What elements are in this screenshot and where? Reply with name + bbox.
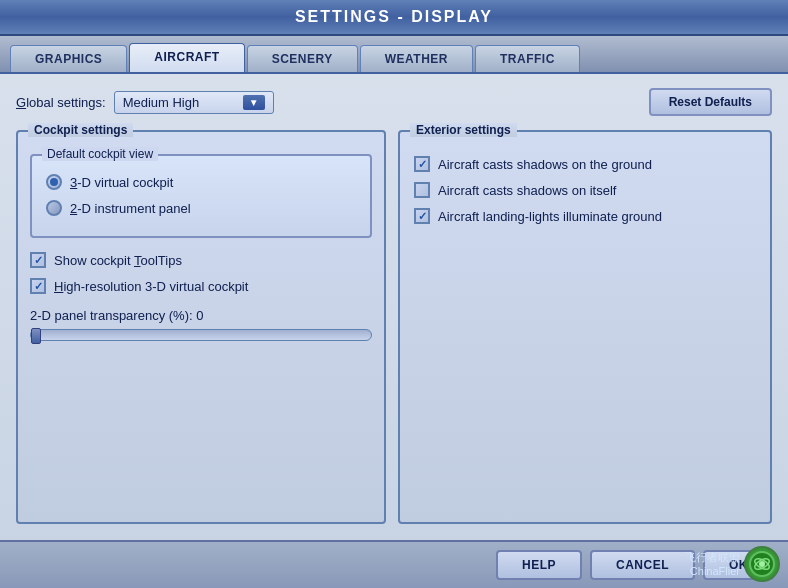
sub-panel-title: Default cockpit view xyxy=(42,147,158,161)
exterior-checkboxes: Aircraft casts shadows on the ground Air… xyxy=(414,156,756,224)
checkbox-highres[interactable]: High-resolution 3-D virtual cockpit xyxy=(30,278,372,294)
svg-point-3 xyxy=(759,561,765,567)
dropdown-arrow-icon: ▼ xyxy=(243,95,265,110)
radio-group: 3-D virtual cockpit 2-D instrument panel xyxy=(46,174,356,216)
transparency-slider[interactable] xyxy=(30,329,372,341)
radio-2d-panel-label: 2-D instrument panel xyxy=(70,201,191,216)
checkbox-shadows-itself-label: Aircraft casts shadows on itself xyxy=(438,183,616,198)
page-title: SETTINGS - DISPLAY xyxy=(295,8,493,26)
radio-3d-cockpit[interactable]: 3-D virtual cockpit xyxy=(46,174,356,190)
slider-thumb[interactable] xyxy=(31,328,41,344)
checkbox-shadows-ground-label: Aircraft casts shadows on the ground xyxy=(438,157,652,172)
exterior-panel-title: Exterior settings xyxy=(410,123,517,137)
checkbox-highres-label: High-resolution 3-D virtual cockpit xyxy=(54,279,248,294)
checkbox-tooltips-label: Show cockpit ToolTips xyxy=(54,253,182,268)
settings-columns: Cockpit settings Default cockpit view 3-… xyxy=(16,130,772,524)
exterior-settings-panel: Exterior settings Aircraft casts shadows… xyxy=(398,130,772,524)
global-settings-dropdown[interactable]: Medium High ▼ xyxy=(114,91,274,114)
help-button[interactable]: HELP xyxy=(496,550,582,580)
radio-2d-panel-btn[interactable] xyxy=(46,200,62,216)
slider-label: 2-D panel transparency (%): 0 xyxy=(30,308,372,323)
checkbox-highres-box[interactable] xyxy=(30,278,46,294)
checkbox-tooltips[interactable]: Show cockpit ToolTips xyxy=(30,252,372,268)
cockpit-checkboxes: Show cockpit ToolTips High-resolution 3-… xyxy=(30,252,372,294)
checkbox-landing-lights-label: Aircraft landing-lights illuminate groun… xyxy=(438,209,662,224)
radio-2d-panel[interactable]: 2-D instrument panel xyxy=(46,200,356,216)
default-cockpit-view-panel: Default cockpit view 3-D virtual cockpit… xyxy=(30,154,372,238)
checkbox-tooltips-box[interactable] xyxy=(30,252,46,268)
tab-aircraft[interactable]: AIRCRAFT xyxy=(129,43,244,72)
watermark-logo xyxy=(744,546,780,582)
checkbox-shadows-itself-box[interactable] xyxy=(414,182,430,198)
title-bar: SETTINGS - DISPLAY xyxy=(0,0,788,36)
checkbox-landing-lights[interactable]: Aircraft landing-lights illuminate groun… xyxy=(414,208,756,224)
main-content: Global settings: Medium High ▼ Reset Def… xyxy=(0,74,788,540)
cockpit-panel-title: Cockpit settings xyxy=(28,123,133,137)
radio-3d-cockpit-btn[interactable] xyxy=(46,174,62,190)
tab-weather[interactable]: WEATHER xyxy=(360,45,473,72)
checkbox-shadows-ground-box[interactable] xyxy=(414,156,430,172)
global-settings-label: Global settings: xyxy=(16,95,106,110)
tab-traffic[interactable]: TRAFFIC xyxy=(475,45,580,72)
checkbox-landing-lights-box[interactable] xyxy=(414,208,430,224)
global-settings-value: Medium High xyxy=(123,95,200,110)
transparency-slider-section: 2-D panel transparency (%): 0 xyxy=(30,308,372,341)
tab-scenery[interactable]: SCENERY xyxy=(247,45,358,72)
cockpit-settings-panel: Cockpit settings Default cockpit view 3-… xyxy=(16,130,386,524)
tab-bar: GRAPHICS AIRCRAFT SCENERY WEATHER TRAFFI… xyxy=(0,36,788,74)
reset-defaults-button[interactable]: Reset Defaults xyxy=(649,88,772,116)
watermark-text: 飞行者联盟 ChinaFlier xyxy=(685,550,740,579)
checkbox-shadows-ground[interactable]: Aircraft casts shadows on the ground xyxy=(414,156,756,172)
checkbox-shadows-itself[interactable]: Aircraft casts shadows on itself xyxy=(414,182,756,198)
global-settings-row: Global settings: Medium High ▼ Reset Def… xyxy=(16,88,772,116)
watermark: 飞行者联盟 ChinaFlier xyxy=(628,540,788,588)
tab-graphics[interactable]: GRAPHICS xyxy=(10,45,127,72)
radio-3d-cockpit-label: 3-D virtual cockpit xyxy=(70,175,173,190)
bottom-bar: HELP CANCEL OK 飞行者联盟 ChinaFlier xyxy=(0,540,788,588)
